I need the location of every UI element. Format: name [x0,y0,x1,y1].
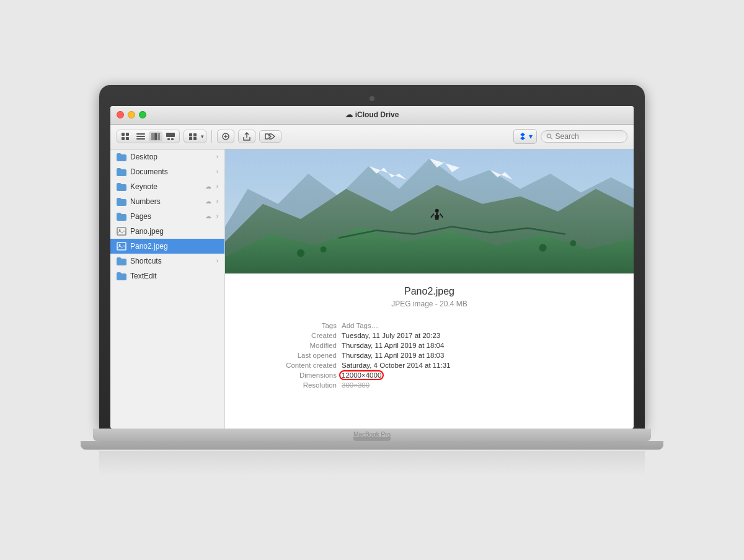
svg-rect-15 [189,137,192,140]
laptop-notch [353,437,391,441]
metadata-label-tags: Tags [262,322,337,329]
sidebar-label-pano-jpeg: Pano.jpeg [130,227,218,236]
close-button[interactable] [117,111,124,118]
metadata-value-modified: Thursday, 11 April 2019 at 18:04 [342,342,444,349]
svg-point-29 [297,249,304,257]
metadata-label-content-created: Content created [262,362,337,369]
icon-view-button[interactable] [119,131,133,141]
svg-rect-10 [166,133,175,137]
file-type: JPEG image - 20.4 MB [262,300,596,308]
metadata-value-last-opened: Thursday, 11 April 2019 at 18:03 [342,352,444,359]
sidebar-label-desktop: Desktop [130,153,213,161]
metadata-value-content-created: Saturday, 4 October 2014 at 11:31 [342,362,451,369]
metadata-table: Tags Add Tags… Created Tuesday, 11 July … [262,321,596,390]
dropbox-button[interactable]: ▾ [513,129,537,144]
image-icon-pano2 [117,241,126,251]
sidebar-item-desktop[interactable]: Desktop › [110,149,224,164]
svg-rect-12 [171,138,174,140]
search-input[interactable] [556,132,622,141]
sidebar-arrow-desktop: › [216,153,218,160]
folder-icon-shortcuts [117,256,126,266]
minimize-button[interactable] [128,111,135,118]
list-view-button[interactable] [134,131,148,141]
svg-rect-16 [193,137,197,140]
sidebar-arrow-pages: › [216,213,218,220]
sidebar-item-pano2-jpeg[interactable]: Pano2.jpeg [110,239,224,254]
cloud-icon-pages: ☁ [205,213,211,220]
svg-rect-14 [193,133,197,136]
svg-rect-3 [126,137,129,140]
main-preview-area: Pano2.jpeg JPEG image - 20.4 MB Tags Add… [225,149,634,429]
mountain-svg [225,149,634,273]
folder-icon-keynote [117,182,126,192]
metadata-row-dimensions: Dimensions 12000×4000 [262,370,596,380]
view-buttons-group [117,130,180,143]
metadata-label-last-opened: Last opened [262,352,337,359]
sidebar-item-keynote[interactable]: Keynote ☁ › [110,179,224,194]
laptop-reflection [99,451,645,476]
sidebar-item-pages[interactable]: Pages ☁ › [110,209,224,224]
metadata-row-resolution: Resolution 300×300 [262,380,596,390]
file-name: Pano2.jpeg [262,286,596,297]
sidebar-item-pano-jpeg[interactable]: Pano.jpeg [110,224,224,239]
action-button[interactable] [217,130,234,143]
screen: ☁ iCloud Drive [110,106,634,429]
folder-icon-documents [117,167,126,177]
metadata-label-resolution: Resolution [262,381,337,389]
svg-rect-4 [136,133,145,135]
cover-flow-button[interactable] [164,131,177,141]
metadata-label-modified: Modified [262,342,337,349]
finder-window: ☁ iCloud Drive [110,106,634,429]
svg-rect-11 [167,138,170,140]
laptop-wrapper: ☁ iCloud Drive [93,85,651,476]
share-button[interactable] [238,130,255,143]
column-view-button[interactable] [149,131,162,141]
tag-button[interactable] [259,130,281,143]
arrange-group: ▾ [184,130,206,143]
sidebar-arrow-numbers: › [216,198,218,205]
traffic-lights [117,111,146,118]
dimensions-highlight: 12000×4000 [342,371,381,379]
svg-rect-8 [154,133,157,140]
sidebar-item-shortcuts[interactable]: Shortcuts › [110,254,224,269]
preview-image [225,149,634,273]
arrange-button[interactable] [186,131,200,141]
cloud-icon-keynote: ☁ [205,183,211,190]
metadata-row-modified: Modified Thursday, 11 April 2019 at 18:0… [262,340,596,350]
sidebar-label-shortcuts: Shortcuts [130,257,213,265]
svg-point-28 [435,208,439,212]
sidebar: Desktop › Documents › [110,149,225,429]
svg-rect-9 [157,133,160,140]
laptop-base [81,441,663,450]
sidebar-label-pages: Pages [130,212,202,221]
sidebar-item-numbers[interactable]: Numbers ☁ › [110,194,224,209]
folder-icon-desktop [117,152,126,162]
laptop-bottom [93,429,651,441]
sidebar-label-pano2-jpeg: Pano2.jpeg [130,242,218,251]
svg-point-30 [321,246,327,252]
metadata-row-created: Created Tuesday, 11 July 2017 at 20:23 [262,331,596,340]
arrange-arrow: ▾ [201,133,204,140]
svg-point-31 [539,244,546,251]
metadata-value-dimensions: 12000×4000 [342,371,381,379]
maximize-button[interactable] [139,111,146,118]
sidebar-label-numbers: Numbers [130,197,202,206]
svg-point-25 [119,244,121,246]
svg-point-32 [570,240,576,246]
dropbox-arrow: ▾ [529,132,533,141]
svg-rect-2 [122,137,125,140]
svg-rect-7 [151,133,154,140]
sidebar-item-documents[interactable]: Documents › [110,164,224,179]
sidebar-arrow-shortcuts: › [216,257,218,264]
window-title: ☁ iCloud Drive [345,110,399,119]
sidebar-label-documents: Documents [130,167,213,176]
toolbar: ▾ [110,125,634,149]
folder-icon-textedit [117,271,126,281]
sidebar-item-textedit[interactable]: TextEdit [110,269,224,283]
metadata-row-tags: Tags Add Tags… [262,321,596,331]
metadata-value-tags[interactable]: Add Tags… [342,322,378,329]
metadata-row-content-created: Content created Saturday, 4 October 2014… [262,360,596,370]
search-icon [546,133,553,140]
metadata-label-created: Created [262,332,337,339]
icloud-icon: ☁ [345,110,353,119]
